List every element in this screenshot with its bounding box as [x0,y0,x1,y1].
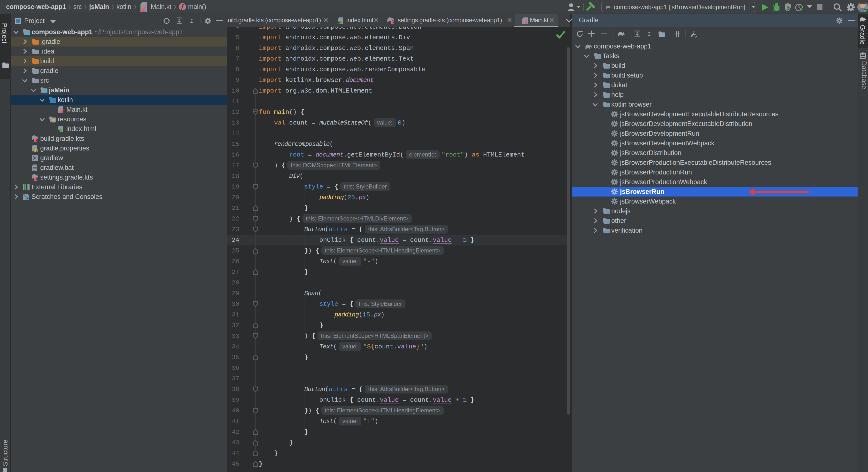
svg-text:H: H [58,129,60,132]
svg-text:H: H [338,21,340,24]
